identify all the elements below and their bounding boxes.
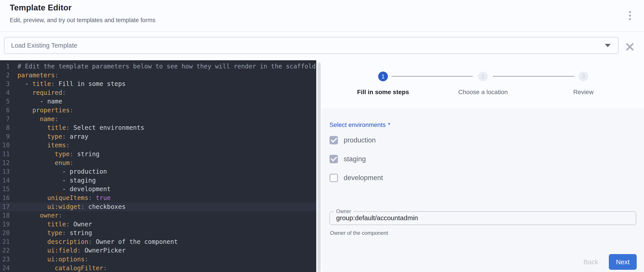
more-options-button[interactable] xyxy=(625,9,635,23)
template-form-panel: Select environments* productionstagingde… xyxy=(322,108,644,272)
code-line[interactable]: 17 ui:widget: checkboxes xyxy=(0,202,316,211)
line-number: 23 xyxy=(0,255,10,264)
stepper-step-review: 3Review xyxy=(535,72,632,96)
code-line[interactable]: 9 type: array xyxy=(0,132,316,141)
code-line[interactable]: 2parameters: xyxy=(0,71,316,80)
code-text: catalogFilter: xyxy=(18,264,107,272)
code-text: ui:options: xyxy=(18,255,88,264)
code-line[interactable]: 1# Edit the template parameters below to… xyxy=(0,62,316,71)
line-number: 13 xyxy=(0,167,10,176)
line-number: 12 xyxy=(0,159,10,168)
code-text: type: string xyxy=(18,150,100,159)
line-number: 9 xyxy=(0,132,10,141)
code-text: - staging xyxy=(18,176,96,185)
line-number: 5 xyxy=(0,97,10,106)
env-field-label-text: Select environments xyxy=(330,121,386,128)
line-number: 11 xyxy=(0,150,10,159)
line-number: 14 xyxy=(0,176,10,185)
yaml-editor[interactable]: 1# Edit the template parameters below to… xyxy=(0,60,316,272)
code-line[interactable]: 14 - staging xyxy=(0,176,316,185)
dropdown-arrow-icon xyxy=(605,44,610,47)
page-subtitle: Edit, preview, and try out templates and… xyxy=(10,17,156,24)
code-text: title: Select environments xyxy=(18,123,144,132)
code-line[interactable]: 21 description: Owner of the component xyxy=(0,237,316,246)
code-line[interactable]: 4 required: xyxy=(0,88,316,97)
code-text: items: xyxy=(18,141,70,150)
line-number: 2 xyxy=(0,71,10,80)
step-label: Review xyxy=(535,89,632,96)
code-line[interactable]: 19 title: Owner xyxy=(0,220,316,229)
code-text: - title: Fill in some steps xyxy=(18,79,126,88)
code-line[interactable]: 18 owner: xyxy=(0,211,316,220)
code-line[interactable]: 16 uniqueItems: true xyxy=(0,194,316,202)
owner-field[interactable]: Owner xyxy=(330,208,636,225)
code-line[interactable]: 11 type: string xyxy=(0,150,316,159)
code-text: properties: xyxy=(18,106,74,115)
line-number: 18 xyxy=(0,211,10,220)
load-template-select[interactable]: Load Existing Template xyxy=(4,37,618,54)
kebab-menu-icon xyxy=(629,15,631,17)
code-line[interactable]: 20 type: string xyxy=(0,229,316,237)
line-number: 16 xyxy=(0,194,10,202)
line-number: 19 xyxy=(0,220,10,229)
code-line[interactable]: 7 name: xyxy=(0,115,316,123)
code-text: enum: xyxy=(18,159,74,168)
code-text: title: Owner xyxy=(18,220,92,229)
step-indicator: 2 xyxy=(478,72,488,81)
code-text: ui:widget: checkboxes xyxy=(18,202,126,211)
checkbox-staging[interactable] xyxy=(330,155,338,163)
line-number: 10 xyxy=(0,141,10,150)
code-line[interactable]: 22 ui:field: OwnerPicker xyxy=(0,246,316,255)
checkbox-development[interactable] xyxy=(330,174,338,182)
page-title: Template Editor xyxy=(10,3,72,13)
stepper-step-fill-in-some-steps: 1Fill in some steps xyxy=(334,72,432,96)
code-text: type: array xyxy=(18,132,88,141)
required-asterisk: * xyxy=(388,121,390,128)
line-number: 8 xyxy=(0,123,10,132)
back-button[interactable]: Back xyxy=(578,254,604,270)
code-line[interactable]: 6 properties: xyxy=(0,106,316,115)
next-button[interactable]: Next xyxy=(609,254,637,270)
line-number: 4 xyxy=(0,88,10,97)
line-number: 24 xyxy=(0,264,10,272)
code-line[interactable]: 15 - development xyxy=(0,185,316,194)
line-number: 21 xyxy=(0,237,10,246)
code-line[interactable]: 8 title: Select environments xyxy=(0,123,316,132)
code-line[interactable]: 12 enum: xyxy=(0,159,316,168)
code-text: owner: xyxy=(18,211,62,220)
checkbox-label: staging xyxy=(344,155,366,163)
code-line[interactable]: 3 - title: Fill in some steps xyxy=(0,79,316,88)
close-editor-button[interactable] xyxy=(625,42,635,52)
owner-input[interactable] xyxy=(336,214,628,222)
line-number: 7 xyxy=(0,115,10,123)
line-number: 6 xyxy=(0,106,10,115)
env-field-label: Select environments* xyxy=(330,121,390,128)
code-text: - name xyxy=(18,97,62,106)
code-line[interactable]: 5 - name xyxy=(0,97,316,106)
kebab-menu-icon xyxy=(629,18,631,20)
line-number: 1 xyxy=(0,62,10,71)
code-text: parameters: xyxy=(18,71,58,80)
line-number: 15 xyxy=(0,185,10,194)
code-text: required: xyxy=(18,88,66,97)
checkbox-row-production[interactable]: production xyxy=(330,135,376,146)
code-text: - production xyxy=(18,167,107,176)
header-divider xyxy=(0,32,644,32)
line-number: 20 xyxy=(0,229,10,237)
code-text: - development xyxy=(18,185,110,194)
checkbox-row-staging[interactable]: staging xyxy=(330,154,366,164)
code-line[interactable]: 23 ui:options: xyxy=(0,255,316,264)
code-text: description: Owner of the component xyxy=(18,237,178,246)
checkbox-production[interactable] xyxy=(330,136,338,145)
step-label: Choose a location xyxy=(434,89,532,96)
line-number: 22 xyxy=(0,246,10,255)
owner-helper-text: Owner of the component xyxy=(330,230,388,236)
code-line[interactable]: 10 items: xyxy=(0,141,316,150)
kebab-menu-icon xyxy=(629,11,631,13)
code-text: uniqueItems: true xyxy=(18,194,110,202)
checkbox-row-development[interactable]: development xyxy=(330,173,383,183)
editor-scrollbar[interactable] xyxy=(318,62,321,272)
stepper-step-choose-a-location: 2Choose a location xyxy=(434,72,532,96)
code-line[interactable]: 24 catalogFilter: xyxy=(0,264,316,272)
code-line[interactable]: 13 - production xyxy=(0,167,316,176)
